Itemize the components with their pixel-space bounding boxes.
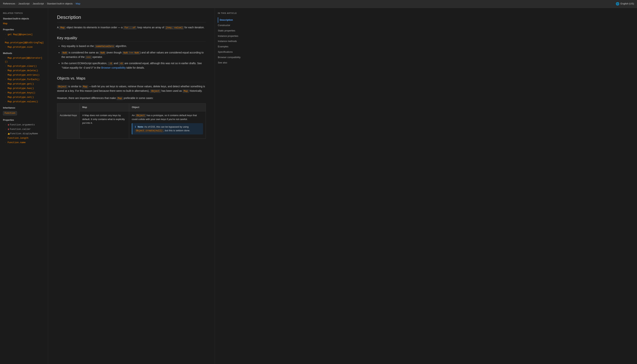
code-triple-eq: === [85, 56, 92, 59]
code-neg-zero: -0 [108, 62, 113, 65]
sidebar-item-foreach[interactable]: Map.prototype.forEach() [3, 77, 45, 82]
sidebar-item-get[interactable]: Map.prototype.get() [3, 82, 45, 86]
objects-vs-maps-heading: Objects vs. Maps [57, 75, 206, 82]
toc-item-constructor[interactable]: Constructor [218, 23, 252, 28]
key-equality-heading: Key equality [57, 35, 206, 42]
description-heading: Description [57, 14, 206, 22]
sidebar-item-func-name[interactable]: Function.name [3, 140, 45, 145]
breadcrumb: References › JavaScript › JavaScript › S… [3, 2, 80, 6]
language-selector[interactable]: 🌐 English (US) [616, 2, 634, 6]
language-label: English (US) [620, 2, 634, 6]
function-properties-title: Properties [3, 118, 45, 122]
sidebar-item-set[interactable]: Map.prototype.set() [3, 95, 45, 100]
globe-icon: 🌐 [616, 2, 619, 6]
code-samevaluezero: sameValueZero [95, 45, 115, 48]
code-object-proto: Object [136, 114, 146, 117]
code-object1: Object [57, 85, 68, 88]
description-para1: A Map object iterates its elements in in… [57, 25, 206, 30]
code-pos-zero: +0 [119, 62, 124, 65]
table-cell-object-accidental: An Object has a prototype, so it contain… [129, 111, 206, 139]
sidebar-left: RELATED TOPICS Standard built-in objects… [0, 8, 48, 364]
code-nan-neq: NaN !== NaN [122, 51, 140, 54]
toc-item-static-props[interactable]: Static properties [218, 28, 252, 34]
breadcrumb-current: Map [76, 2, 80, 6]
toc-item-specifications[interactable]: Specifications [218, 50, 252, 55]
toc-item-instance-props[interactable]: Instance properties [218, 34, 252, 39]
bullet-3: In the current ECMAScript specification,… [62, 61, 206, 70]
special-icon-displayname: 👍 [8, 133, 10, 135]
deprecated-icon-caller: 🗑 [8, 128, 10, 130]
breadcrumb-standard-objects[interactable]: Standard built-in objects [47, 2, 73, 6]
toc-item-see-also[interactable]: See also [218, 60, 252, 66]
standard-built-in-objects-label: Standard built-in objects [3, 17, 45, 20]
code-map3: Map [183, 90, 189, 93]
sidebar-item-delete[interactable]: Map.prototype.delete() [3, 68, 45, 73]
objects-para2: However, there are important differences… [57, 96, 206, 100]
code-nan1: NaN [62, 51, 68, 54]
breadcrumb-javascript2[interactable]: JavaScript [33, 2, 44, 6]
main-content: Description A Map object iterates its el… [48, 8, 215, 364]
sidebar-item-clear[interactable]: Map.prototype.clear() [3, 64, 45, 68]
objects-para1: Object is similar to Map —both let you s… [57, 84, 206, 94]
sidebar-item-func-arguments[interactable]: 🗑Function.arguments [3, 123, 45, 127]
code-object-create: Object.create(null) [135, 129, 164, 132]
sidebar-item-entries[interactable]: Map.prototype.entries() [3, 73, 45, 77]
code-forof: for...of [123, 26, 137, 30]
table-header-map: Map [80, 104, 129, 111]
toc-item-examples[interactable]: Examples [218, 44, 252, 50]
sidebar-item-func-displayname[interactable]: 👍Function.displayName [3, 132, 45, 136]
code-map4: Map [117, 97, 123, 100]
link-browser-compat[interactable]: Browser compatibility [101, 66, 126, 69]
comparison-table: Map Object Accidental Keys A Map does no… [57, 104, 206, 139]
table-cell-map-accidental: A Map does not contain any keys by defau… [80, 111, 129, 139]
toc-item-description[interactable]: Description [218, 18, 252, 23]
sidebar-item-func-caller[interactable]: 🗑Function.caller [3, 127, 45, 132]
table-row-accidental-keys: Accidental Keys A Map does not contain a… [57, 111, 206, 139]
table-header-empty [57, 104, 80, 111]
top-nav: References › JavaScript › JavaScript › S… [0, 0, 637, 8]
code-keyvalue: [key, value] [165, 26, 184, 30]
code-map: Map [59, 26, 66, 30]
sidebar-item-map[interactable]: Map [3, 21, 45, 26]
info-icon: ℹ [135, 126, 136, 128]
table-header-object: Object [129, 104, 206, 111]
sidebar-right: IN THIS ARTICLE Description Constructor … [215, 8, 255, 364]
sidebar-item-has[interactable]: Map.prototype.has() [3, 86, 45, 91]
deprecated-icon-arguments: 🗑 [8, 124, 10, 126]
note-box: ℹ Note: As of ES5, this can be bypassed … [132, 123, 203, 135]
toc-item-browser-compat[interactable]: Browser compatibility [218, 55, 252, 60]
code-map2: Map [82, 85, 89, 88]
breadcrumb-references[interactable]: References [3, 2, 15, 6]
properties-title: Properties [3, 28, 45, 32]
toc-item-instance-methods[interactable]: Instance methods [218, 39, 252, 44]
toc-title: IN THIS ARTICLE [218, 12, 252, 15]
bullet-1: Key equality is based on the sameValueZe… [62, 44, 206, 48]
sidebar-item-keys[interactable]: Map.prototype.keys() [3, 91, 45, 95]
related-topics-title: RELATED TOPICS [3, 12, 45, 15]
code-nan2: NaN [99, 51, 106, 54]
sidebar-item-values[interactable]: Map.prototype.values() [3, 100, 45, 104]
sidebar-item-species[interactable]: get Map[@@species] [3, 32, 45, 37]
sidebar-item-iterator[interactable]: Map.prototype[@@iterator]() [3, 56, 45, 64]
code-object2: Object [150, 90, 161, 93]
inheritance-title: Inheritance: [3, 106, 45, 110]
table-cell-row-header: Accidental Keys [57, 111, 80, 139]
inheritance-tag: Function [3, 111, 17, 116]
breadcrumb-javascript1[interactable]: JavaScript [18, 2, 30, 6]
methods-title: Methods [3, 52, 45, 55]
sidebar-item-tostringtag[interactable]: Map.prototype[@@toStringTag] [3, 37, 45, 45]
sidebar-item-func-length[interactable]: Function.length [3, 136, 45, 140]
key-equality-list: Key equality is based on the sameValueZe… [57, 44, 206, 70]
sidebar-item-size[interactable]: Map.prototype.size [3, 45, 45, 50]
bullet-2: NaN is considered the same as NaN (even … [62, 50, 206, 60]
